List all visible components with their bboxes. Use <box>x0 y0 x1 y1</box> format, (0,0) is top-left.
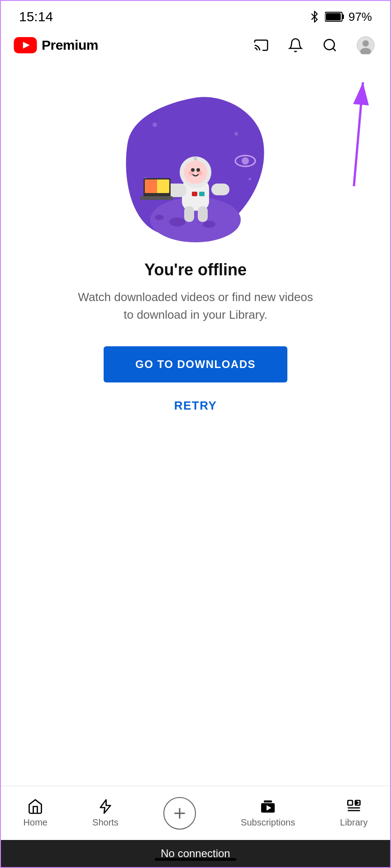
cast-icon <box>253 38 269 53</box>
no-connection-bar: No connection <box>1 840 390 867</box>
main-content: You're offline Watch downloaded videos o… <box>1 61 390 413</box>
svg-point-20 <box>169 217 186 226</box>
svg-rect-35 <box>145 179 157 193</box>
nav-item-library[interactable]: Library <box>333 795 375 831</box>
svg-point-13 <box>153 123 157 127</box>
svg-rect-39 <box>199 192 205 196</box>
account-icon <box>357 36 375 54</box>
svg-point-22 <box>155 215 164 220</box>
svg-point-27 <box>184 160 207 184</box>
status-icons: 97% <box>309 9 372 24</box>
search-icon <box>322 38 338 53</box>
nav-icons <box>251 33 377 57</box>
status-bar: 15:14 97% <box>1 1 390 29</box>
nav-item-shorts[interactable]: Shorts <box>85 795 126 831</box>
library-icon <box>346 798 362 815</box>
search-button[interactable] <box>319 35 340 56</box>
svg-point-14 <box>234 132 238 136</box>
premium-label: Premium <box>42 38 98 53</box>
offline-illustration <box>119 89 272 242</box>
notifications-button[interactable] <box>285 35 306 56</box>
svg-rect-38 <box>192 192 197 196</box>
svg-rect-1 <box>342 14 344 19</box>
svg-rect-24 <box>184 206 194 222</box>
nav-item-home[interactable]: Home <box>16 795 55 831</box>
nav-item-subscriptions[interactable]: Subscriptions <box>234 795 302 831</box>
logo-area: Premium <box>14 37 98 53</box>
svg-line-7 <box>333 48 336 51</box>
svg-point-6 <box>324 39 334 50</box>
nav-label-library: Library <box>340 817 367 828</box>
retry-button[interactable]: RETRY <box>174 399 217 413</box>
svg-point-15 <box>248 178 251 180</box>
svg-rect-46 <box>348 801 353 806</box>
offline-description: Watch downloaded videos or find new vide… <box>78 288 313 324</box>
create-button-circle <box>163 797 196 830</box>
svg-point-18 <box>242 157 249 165</box>
offline-title: You're offline <box>144 260 247 279</box>
plus-icon <box>172 805 188 821</box>
svg-rect-37 <box>211 184 229 195</box>
youtube-logo-icon <box>14 37 37 53</box>
battery-icon <box>325 11 344 22</box>
nav-item-create[interactable] <box>156 793 203 833</box>
svg-rect-2 <box>326 13 341 20</box>
top-nav: Premium <box>1 29 390 61</box>
account-button[interactable] <box>354 33 377 57</box>
shorts-icon <box>97 798 114 815</box>
battery-percentage: 97% <box>348 10 372 24</box>
svg-point-30 <box>189 171 193 175</box>
nav-label-home: Home <box>24 817 48 828</box>
nav-label-shorts: Shorts <box>92 817 119 828</box>
svg-point-40 <box>194 157 197 160</box>
svg-rect-25 <box>198 206 208 222</box>
go-to-downloads-button[interactable]: GO TO DOWNLOADS <box>104 346 287 382</box>
bell-icon <box>288 38 303 53</box>
nav-label-subscriptions: Subscriptions <box>241 817 295 828</box>
svg-point-31 <box>198 171 202 175</box>
bluetooth-icon <box>309 9 320 24</box>
home-indicator <box>155 858 236 861</box>
bottom-nav: Home Shorts Subscriptions <box>1 786 390 840</box>
home-icon <box>27 798 43 815</box>
status-time: 15:14 <box>19 9 53 24</box>
svg-rect-45 <box>264 801 272 803</box>
subscriptions-icon <box>260 798 276 815</box>
svg-point-9 <box>362 40 369 47</box>
svg-marker-50 <box>355 801 359 806</box>
cast-button[interactable] <box>251 35 272 56</box>
svg-rect-36 <box>140 196 173 200</box>
